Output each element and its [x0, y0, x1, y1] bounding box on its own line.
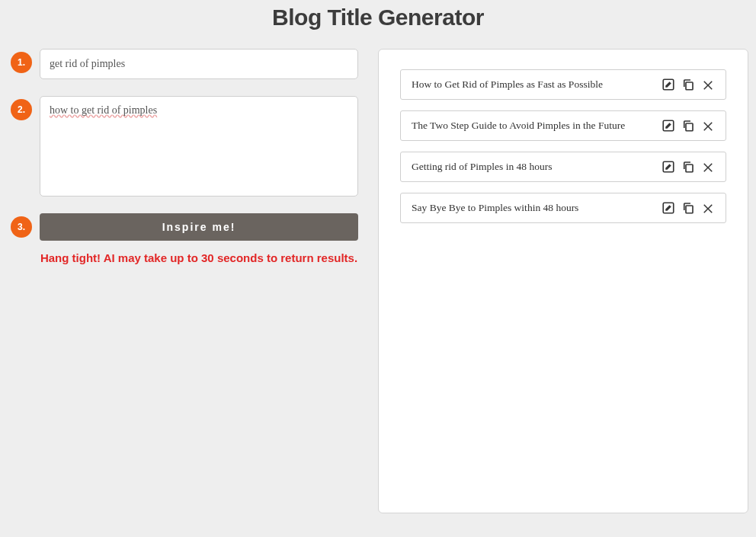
- copy-icon[interactable]: [681, 160, 695, 174]
- result-item: The Two Step Guide to Avoid Pimples in t…: [400, 110, 726, 141]
- svg-rect-5: [686, 165, 693, 172]
- copy-icon[interactable]: [681, 78, 695, 91]
- result-item: Getting rid of Pimples in 48 hours: [400, 152, 726, 182]
- inspire-button[interactable]: Inspire me!: [40, 213, 358, 241]
- result-item: How to Get Rid of Pimples as Fast as Pos…: [400, 69, 726, 100]
- result-text: Getting rid of Pimples in 48 hours: [412, 161, 553, 173]
- input-panel: 1. 2. 3. Inspire me! Hang tight! AI may …: [8, 49, 358, 267]
- close-icon[interactable]: [701, 119, 715, 133]
- close-icon[interactable]: [701, 201, 715, 215]
- step-badge-2: 2.: [11, 99, 32, 120]
- results-panel: How to Get Rid of Pimples as Fast as Pos…: [378, 49, 748, 513]
- result-text: Say Bye Bye to Pimples within 48 hours: [412, 202, 578, 214]
- step-badge-3: 3.: [11, 216, 32, 238]
- svg-rect-7: [686, 206, 693, 213]
- close-icon[interactable]: [701, 78, 715, 91]
- topic-input[interactable]: [40, 49, 358, 79]
- edit-icon[interactable]: [662, 119, 675, 133]
- copy-icon[interactable]: [681, 201, 695, 215]
- edit-icon[interactable]: [662, 78, 675, 91]
- copy-icon[interactable]: [681, 119, 695, 133]
- seed-textarea[interactable]: [40, 96, 358, 197]
- result-text: The Two Step Guide to Avoid Pimples in t…: [412, 120, 625, 132]
- edit-icon[interactable]: [662, 201, 675, 215]
- result-text: How to Get Rid of Pimples as Fast as Pos…: [412, 78, 603, 91]
- result-item: Say Bye Bye to Pimples within 48 hours: [400, 193, 726, 223]
- wait-message: Hang tight! AI may take up to 30 seconds…: [40, 250, 358, 267]
- page-title: Blog Title Generator: [0, 0, 756, 49]
- step-badge-1: 1.: [11, 52, 32, 73]
- svg-rect-3: [686, 123, 693, 131]
- edit-icon[interactable]: [662, 160, 675, 174]
- svg-rect-1: [686, 82, 693, 90]
- close-icon[interactable]: [701, 160, 715, 174]
